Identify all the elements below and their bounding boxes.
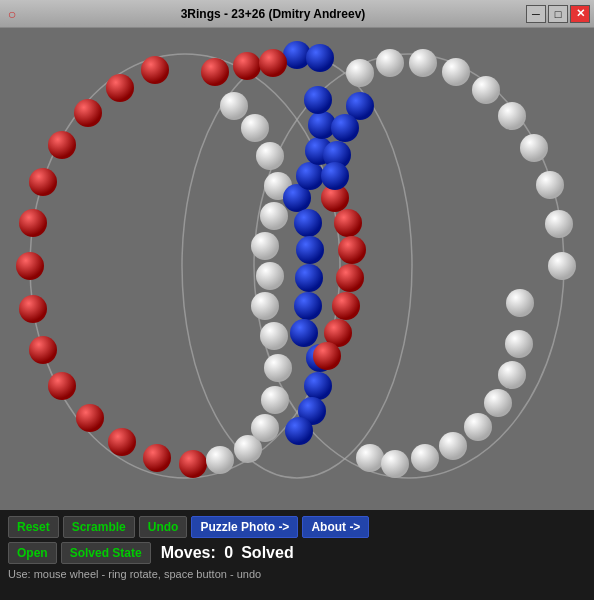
- svg-point-12: [48, 372, 76, 400]
- svg-point-8: [106, 74, 134, 102]
- svg-point-67: [472, 76, 500, 104]
- svg-point-74: [331, 114, 359, 142]
- svg-point-60: [498, 361, 526, 389]
- svg-point-5: [29, 168, 57, 196]
- svg-point-16: [179, 450, 207, 478]
- svg-point-20: [261, 386, 289, 414]
- scramble-button[interactable]: Scramble: [63, 516, 135, 538]
- svg-point-1: [182, 54, 412, 478]
- svg-point-32: [306, 44, 334, 72]
- window-controls: ─ □ ✕: [526, 5, 590, 23]
- reset-button[interactable]: Reset: [8, 516, 59, 538]
- svg-point-72: [506, 289, 534, 317]
- svg-point-44: [304, 372, 332, 400]
- svg-point-17: [206, 446, 234, 474]
- controls-row-1: Reset Scramble Undo Puzzle Photo -> Abou…: [8, 516, 586, 538]
- svg-point-66: [498, 102, 526, 130]
- svg-point-25: [251, 232, 279, 260]
- svg-point-22: [260, 322, 288, 350]
- window-title: 3Rings - 23+26 (Dmitry Andreev): [20, 7, 526, 21]
- svg-point-64: [536, 171, 564, 199]
- svg-point-79: [259, 49, 287, 77]
- solved-status: Solved: [241, 544, 293, 562]
- svg-point-42: [290, 319, 318, 347]
- svg-point-29: [241, 114, 269, 142]
- svg-point-56: [411, 444, 439, 472]
- svg-point-11: [29, 336, 57, 364]
- svg-point-51: [332, 292, 360, 320]
- game-area[interactable]: [0, 28, 594, 510]
- svg-point-21: [264, 354, 292, 382]
- rings-svg: [0, 28, 594, 510]
- svg-point-19: [251, 414, 279, 442]
- svg-point-26: [260, 202, 288, 230]
- svg-point-34: [296, 162, 324, 190]
- svg-point-13: [76, 404, 104, 432]
- svg-point-7: [74, 99, 102, 127]
- svg-point-62: [548, 252, 576, 280]
- svg-point-70: [376, 49, 404, 77]
- svg-point-71: [346, 59, 374, 87]
- svg-point-48: [334, 209, 362, 237]
- open-button[interactable]: Open: [8, 542, 57, 564]
- close-button[interactable]: ✕: [570, 5, 590, 23]
- svg-point-6: [48, 131, 76, 159]
- svg-point-9: [141, 56, 169, 84]
- svg-point-77: [201, 58, 229, 86]
- svg-point-10: [19, 295, 47, 323]
- minimize-button[interactable]: ─: [526, 5, 546, 23]
- svg-point-54: [356, 444, 384, 472]
- svg-point-63: [545, 210, 573, 238]
- svg-point-15: [143, 444, 171, 472]
- svg-point-46: [285, 417, 313, 445]
- svg-point-76: [321, 162, 349, 190]
- svg-point-3: [16, 252, 44, 280]
- controls-row-2: Open Solved State Moves: 0 Solved: [8, 542, 586, 564]
- moves-value: 0: [224, 544, 233, 561]
- svg-point-49: [338, 236, 366, 264]
- controls-area: Reset Scramble Undo Puzzle Photo -> Abou…: [0, 510, 594, 600]
- svg-point-40: [295, 264, 323, 292]
- svg-point-53: [313, 342, 341, 370]
- svg-point-39: [296, 236, 324, 264]
- svg-point-68: [442, 58, 470, 86]
- svg-point-65: [520, 134, 548, 162]
- maximize-button[interactable]: □: [548, 5, 568, 23]
- svg-point-78: [233, 52, 261, 80]
- svg-point-69: [409, 49, 437, 77]
- title-bar: ○ 3Rings - 23+26 (Dmitry Andreev) ─ □ ✕: [0, 0, 594, 28]
- about-button[interactable]: About ->: [302, 516, 369, 538]
- svg-point-28: [256, 142, 284, 170]
- svg-point-55: [381, 450, 409, 478]
- svg-point-14: [108, 428, 136, 456]
- solved-state-button[interactable]: Solved State: [61, 542, 151, 564]
- undo-button[interactable]: Undo: [139, 516, 188, 538]
- svg-point-58: [464, 413, 492, 441]
- svg-point-61: [505, 330, 533, 358]
- app-icon: ○: [4, 6, 20, 22]
- svg-point-57: [439, 432, 467, 460]
- svg-point-38: [294, 209, 322, 237]
- svg-point-30: [220, 92, 248, 120]
- svg-point-50: [336, 264, 364, 292]
- svg-point-24: [256, 262, 284, 290]
- moves-label-text: Moves:: [161, 544, 216, 561]
- moves-label: Moves: 0: [161, 544, 233, 562]
- svg-point-59: [484, 389, 512, 417]
- puzzle-photo-button[interactable]: Puzzle Photo ->: [191, 516, 298, 538]
- svg-point-41: [294, 292, 322, 320]
- svg-point-4: [19, 209, 47, 237]
- hint-text: Use: mouse wheel - ring rotate, space bu…: [8, 568, 586, 580]
- svg-point-23: [251, 292, 279, 320]
- svg-point-37: [304, 86, 332, 114]
